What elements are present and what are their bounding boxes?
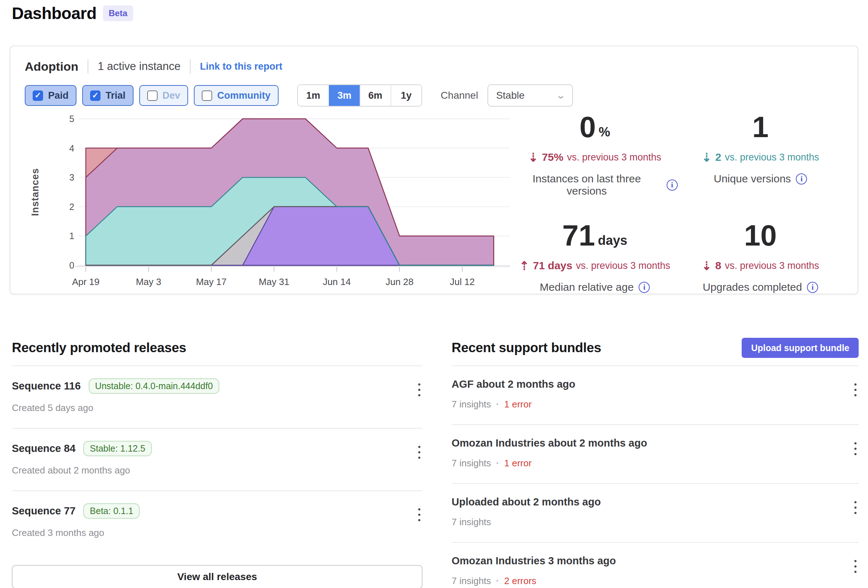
release-row: Sequence 116Unstable: 0.4.0-main.444ddf0… (12, 366, 422, 428)
release-row: Sequence 77Beta: 0.1.1Created 3 months a… (12, 491, 422, 553)
y-tick-label: 1 (69, 231, 74, 241)
x-axis-line (75, 266, 510, 267)
channel-control: Channel Stable ⌄ (441, 84, 573, 106)
releases-section: Recently promoted releases Sequence 116U… (12, 337, 422, 588)
stat-upgrades-completed: 10⇣8vs. previous 3 monthsUpgrades comple… (678, 221, 843, 294)
active-instance-count: 1 active instance (97, 60, 180, 73)
checkbox-unchecked-icon[interactable] (202, 90, 212, 101)
time-range-segmented-control: 1m3m6m1y (297, 84, 422, 106)
stat-change: ⇣8vs. previous 3 months (678, 260, 843, 272)
page-header: Dashboard Beta (12, 4, 133, 23)
stat-unit: % (599, 124, 610, 142)
x-tick-label: Jul 12 (450, 276, 475, 287)
x-tick-label: May 3 (136, 276, 161, 287)
adoption-controls: ✓Paid✓TrialDevCommunity 1m3m6m1y Channel… (25, 84, 843, 106)
filter-pill-label: Trial (106, 90, 125, 101)
filter-pill-community[interactable]: Community (194, 85, 279, 106)
stat-label: Median relative agei (512, 281, 678, 293)
dashboard-page: Dashboard Beta Adoption 1 active instanc… (0, 0, 868, 588)
filter-pill-label: Paid (48, 90, 69, 101)
bundle-title: Uploaded about 2 months ago (452, 496, 601, 508)
channel-selected-value: Stable (496, 90, 524, 101)
beta-badge: Beta (103, 5, 133, 21)
x-tick-label: Jun 28 (385, 276, 413, 287)
filter-pill-dev[interactable]: Dev (139, 85, 189, 106)
channel-select[interactable]: Stable ⌄ (487, 84, 573, 106)
stat-value: 1 (678, 112, 843, 142)
y-tick-label: 5 (69, 115, 74, 124)
bundle-insights: 7 insights (452, 458, 491, 469)
filter-pill-paid[interactable]: ✓Paid (25, 85, 77, 106)
checkbox-unchecked-icon[interactable] (147, 90, 158, 101)
stat-median-relative-age: 71days⇡71 daysvs. previous 3 monthsMedia… (512, 221, 678, 294)
bundles-header: Recent support bundles Upload support bu… (452, 337, 859, 359)
adoption-card-header: Adoption 1 active instance Link to this … (25, 59, 843, 74)
instances-area-chart: 012345InstancesApr 19May 3May 17May 31Ju… (25, 115, 512, 294)
bundle-insights: 7 insights (452, 399, 491, 410)
bundle-meta: 7 insights·1 error (452, 458, 837, 469)
bundle-title: AGF about 2 months ago (452, 378, 576, 390)
releases-heading: Recently promoted releases (12, 340, 186, 355)
kebab-menu-icon[interactable] (852, 381, 859, 399)
releases-header: Recently promoted releases (12, 337, 422, 359)
range-button-6m[interactable]: 6m (360, 85, 391, 106)
kebab-menu-icon[interactable] (852, 558, 859, 575)
license-filter-group: ✓Paid✓TrialDevCommunity (25, 85, 284, 106)
upload-support-bundle-button[interactable]: Upload support bundle (742, 338, 859, 358)
view-all-releases-button[interactable]: View all releases (12, 565, 422, 588)
kebab-menu-icon[interactable] (416, 506, 422, 523)
checkbox-checked-icon[interactable]: ✓ (32, 90, 43, 101)
adoption-stats-grid: 0%⇣75%vs. previous 3 monthsInstances on … (512, 112, 843, 294)
kebab-menu-icon[interactable] (416, 444, 422, 461)
channel-label: Channel (441, 90, 478, 101)
release-version-badge: Unstable: 0.4.0-main.444ddf0 (89, 378, 219, 394)
arrow-down-icon: ⇣ (702, 260, 712, 272)
filter-pill-trial[interactable]: ✓Trial (82, 85, 134, 106)
y-axis-title: Instances (30, 168, 41, 216)
y-tick-label: 3 (69, 172, 74, 182)
release-created: Created 5 days ago (12, 402, 401, 414)
range-button-1m[interactable]: 1m (298, 85, 329, 106)
stat-label: Instances on last three versionsi (512, 173, 678, 197)
bundle-row: Omozan Industries about 2 months ago7 in… (452, 425, 859, 483)
info-icon[interactable]: i (796, 173, 807, 185)
link-to-report[interactable]: Link to this report (200, 61, 282, 72)
bundle-row: Uploaded about 2 months ago7 insights (452, 484, 859, 542)
arrow-down-icon: ⇣ (528, 152, 539, 163)
range-button-1y[interactable]: 1y (391, 85, 421, 106)
bundle-meta: 7 insights·1 error (452, 399, 837, 410)
filter-pill-label: Dev (162, 90, 180, 101)
y-tick-label: 2 (69, 202, 74, 212)
release-created: Created 3 months ago (12, 527, 401, 538)
arrow-up-icon: ⇡ (520, 260, 530, 272)
stat-value: 0% (512, 112, 678, 142)
separator (190, 59, 190, 74)
stat-change: ⇣2vs. previous 3 months (678, 151, 843, 163)
stat-change: ⇡71 daysvs. previous 3 months (512, 260, 678, 272)
arrow-down-icon: ⇣ (702, 152, 712, 163)
bundle-row: Omozan Industries 3 months ago7 insights… (452, 543, 859, 588)
adoption-title: Adoption (25, 60, 78, 74)
filter-pill-label: Community (217, 90, 271, 101)
kebab-menu-icon[interactable] (852, 440, 859, 457)
release-version-badge: Stable: 1.12.5 (83, 441, 152, 456)
bundle-errors: 2 errors (504, 575, 537, 587)
info-icon[interactable]: i (807, 282, 818, 293)
bundle-errors: 1 error (504, 399, 532, 410)
stat-label: Upgrades completedi (678, 281, 843, 293)
stat-unique-versions: 1⇣2vs. previous 3 monthsUnique versionsi (678, 112, 843, 198)
x-tick-label: Apr 19 (72, 276, 100, 287)
x-tick-label: May 31 (259, 276, 289, 287)
page-title: Dashboard (12, 4, 97, 23)
bundle-title: Omozan Industries 3 months ago (452, 555, 616, 567)
y-tick-label: 4 (69, 143, 74, 153)
kebab-menu-icon[interactable] (416, 381, 422, 399)
info-icon[interactable]: i (639, 282, 650, 293)
stat-change: ⇣75%vs. previous 3 months (512, 151, 678, 163)
checkbox-checked-icon[interactable]: ✓ (90, 90, 100, 101)
stat-label: Unique versionsi (678, 173, 843, 185)
info-icon[interactable]: i (667, 179, 678, 191)
bundle-row: AGF about 2 months ago7 insights·1 error (452, 366, 859, 424)
range-button-3m[interactable]: 3m (329, 85, 360, 106)
kebab-menu-icon[interactable] (852, 499, 859, 516)
